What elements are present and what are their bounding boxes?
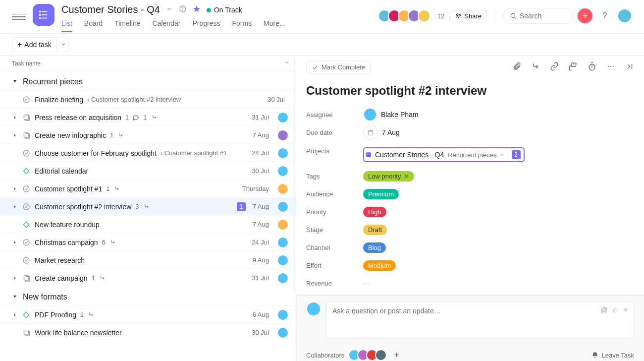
project-dropdown-icon[interactable] [166,5,173,14]
expand-icon[interactable] [12,115,18,120]
task-row[interactable]: Christmas campaign6 24 Jul [0,233,296,251]
like-icon[interactable] [569,62,578,73]
tab-calendar[interactable]: Calendar [153,19,181,32]
tab-more[interactable]: More… [264,19,286,32]
assignee-avatar[interactable] [277,327,289,339]
project-assignment[interactable]: Customer Stories - Q4 Recurrent pieces 2 [363,147,525,162]
task-row[interactable]: PDF Proofing1 6 Aug [0,305,296,323]
tag-pill[interactable]: Low priority✕ [363,171,414,181]
expand-icon[interactable] [12,312,18,317]
assignee-avatar[interactable] [277,129,289,141]
collapse-icon[interactable] [12,77,18,86]
assignee-avatar[interactable] [277,147,289,159]
task-row[interactable]: Choose customer for February spotlight‹ … [0,144,296,162]
help-button[interactable]: ? [597,8,612,23]
task-row[interactable]: Create new infographic1 7 Aug [0,126,296,144]
check-icon[interactable] [22,96,31,104]
search-input[interactable]: Search [503,8,573,24]
timer-icon[interactable] [588,62,596,73]
milestone-icon[interactable] [22,311,31,319]
emoji-icon[interactable]: ☺ [612,306,619,314]
task-row[interactable]: Create campaign1 31 Jul [0,269,296,287]
comment-input[interactable]: Ask a question or post an update… @ ☺ ✧ [326,301,634,338]
user-avatar[interactable] [617,8,632,23]
expand-icon[interactable] [12,204,18,209]
assignee-avatar[interactable] [277,201,289,213]
tab-board[interactable]: Board [84,19,103,32]
attachment-icon[interactable] [512,62,521,73]
collapse-icon[interactable] [12,293,18,301]
members-stack[interactable] [381,9,430,22]
column-menu-icon[interactable] [284,60,290,67]
mark-complete-button[interactable]: Mark Complete [306,60,371,74]
project-title[interactable]: Customer Stories - Q4 [61,4,160,15]
milestone-icon[interactable] [22,167,31,175]
tab-forms[interactable]: Forms [232,19,252,32]
cards-icon[interactable] [22,329,31,337]
due-date-value[interactable]: 7 Aug [363,125,400,140]
share-button[interactable]: Share [449,10,487,22]
section-header[interactable]: New formats [0,287,296,305]
star-icon[interactable] [193,5,201,15]
at-mention-icon[interactable]: @ [600,306,607,314]
quick-add-button[interactable]: + [578,8,592,23]
check-icon[interactable] [22,203,31,211]
task-row[interactable]: Press release on acquisition1 1 31 Jul [0,108,296,126]
expand-icon[interactable] [12,186,18,191]
priority-pill[interactable]: High [363,207,386,217]
check-icon[interactable] [22,149,31,157]
tab-progress[interactable]: Progress [192,19,220,32]
subtask-icon[interactable] [531,62,540,73]
info-icon[interactable] [179,5,187,15]
more-icon[interactable] [606,62,615,73]
task-row[interactable]: Editorial calendar30 Jul [0,162,296,180]
task-row[interactable]: New feature roundup7 Aug [0,215,296,233]
assignee-avatar[interactable] [277,219,289,231]
tab-timeline[interactable]: Timeline [114,19,140,32]
task-title[interactable]: Customer spotlight #2 interview [306,84,634,98]
check-icon[interactable] [22,256,31,264]
section-header[interactable]: Recurrent pieces [0,71,296,90]
expand-icon[interactable] [12,133,18,138]
due-date: 7 Aug [253,203,269,210]
assignee-avatar[interactable] [277,183,289,195]
check-icon[interactable] [22,239,31,246]
effort-pill[interactable]: Medium [363,260,396,271]
chevron-down-icon[interactable] [499,152,505,158]
revenue-value[interactable]: — [363,279,370,287]
expand-icon[interactable] [12,240,18,245]
close-pane-icon[interactable] [625,62,634,73]
stage-pill[interactable]: Draft [363,225,387,235]
tab-list[interactable]: List [61,19,72,32]
assignee-avatar[interactable] [277,272,289,284]
task-row[interactable]: Customer spotlight #11 Thursday [0,180,296,197]
check-icon[interactable] [22,185,31,193]
status-pill[interactable]: On Track [207,5,242,14]
appreciation-icon[interactable]: ✧ [623,306,629,314]
leave-task-button[interactable]: Leave Task [591,352,634,359]
assignee-avatar[interactable] [277,112,289,123]
assignee-avatar[interactable] [277,237,289,248]
task-row[interactable]: Market research9 Aug [0,251,296,269]
task-row[interactable]: Customer spotlight #2 interview3 17 Aug [0,197,296,215]
due-date: 24 Jul [252,149,269,157]
expand-icon[interactable] [12,276,18,281]
assignee-avatar[interactable] [277,309,289,321]
cards-icon[interactable] [22,131,31,139]
cards-icon[interactable] [22,274,31,282]
link-icon[interactable] [550,62,559,73]
task-row[interactable]: Finalize briefing‹ Customer spotlight #2… [0,90,296,108]
milestone-icon[interactable] [22,221,31,229]
cards-icon[interactable] [22,114,31,121]
add-task-button[interactable]: +Add task [12,37,70,52]
channel-pill[interactable]: Blog [363,242,386,253]
hamburger-menu[interactable] [12,10,26,24]
collaborators-stack[interactable] [351,349,387,361]
assignee-avatar[interactable] [277,165,289,177]
audience-pill[interactable]: Premium [363,189,399,199]
task-row[interactable]: Work-life balance newsletter30 Jul [0,323,296,341]
add-collaborator-button[interactable]: + [394,350,399,361]
add-task-dropdown[interactable] [56,38,70,52]
assignee-avatar[interactable] [277,254,289,266]
assignee-value[interactable]: Blake Pham [363,108,418,121]
